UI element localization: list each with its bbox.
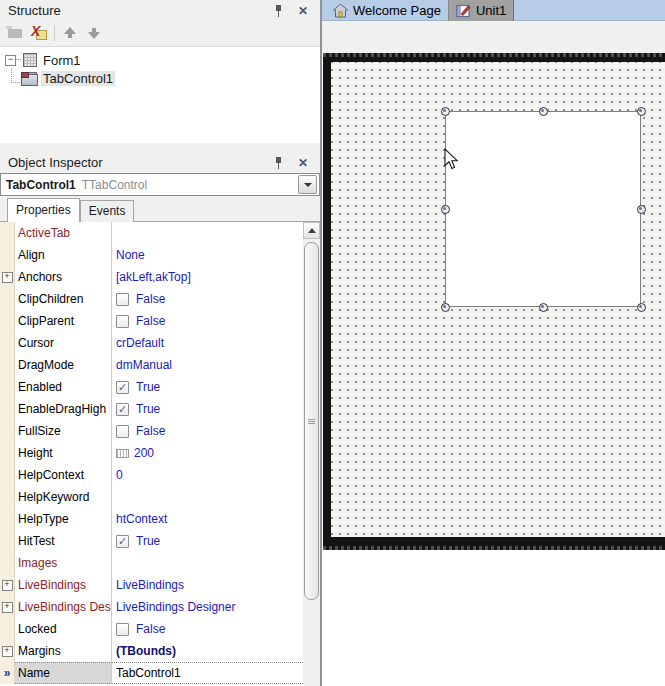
property-name-cell[interactable]: Name [15,662,112,684]
property-row-enabled[interactable]: Enabled✓True [0,376,303,398]
property-value-cell[interactable]: ✓True [112,376,303,398]
property-value-cell[interactable]: 0 [112,464,303,486]
property-row-dragmode[interactable]: DragModedmManual [0,354,303,376]
property-value-cell[interactable]: False [112,310,303,332]
property-name-cell[interactable]: LiveBindings [15,574,112,596]
instance-selector-combo[interactable]: TabControl1 TTabControl [0,173,320,196]
property-name-cell[interactable]: DragMode [15,354,112,376]
property-value-cell[interactable]: False [112,420,303,442]
value-checkbox[interactable] [116,623,129,636]
property-value-cell[interactable]: None [112,244,303,266]
scrollbar-thumb[interactable] [304,242,319,600]
expand-icon[interactable]: + [2,580,13,591]
close-icon[interactable]: ✕ [298,157,308,169]
property-row-align[interactable]: AlignNone [0,244,303,266]
property-row-livebindings-des[interactable]: +LiveBindings DesLiveBindings Designer [0,596,303,618]
property-name-cell[interactable]: Align [15,244,112,266]
value-checkbox[interactable]: ✓ [116,381,129,394]
tab-properties[interactable]: Properties [7,198,80,222]
expand-icon[interactable]: − [5,55,16,66]
resize-handle-w[interactable] [441,205,450,214]
pin-icon[interactable] [274,157,283,169]
property-value-cell[interactable] [112,222,303,244]
property-row-name[interactable]: »NameTabControl1 [0,662,303,684]
property-row-hittest[interactable]: HitTest✓True [0,530,303,552]
property-name-cell[interactable]: ClipChildren [15,288,112,310]
property-value-cell[interactable]: (TBounds) [112,640,303,662]
tabcontrol-design-control[interactable] [445,111,641,307]
property-row-anchors[interactable]: +Anchors[akLeft,akTop] [0,266,303,288]
scrollbar-up-button[interactable] [303,222,320,239]
property-row-helpcontext[interactable]: HelpContext0 [0,464,303,486]
property-value-cell[interactable]: TabControl1 [112,662,303,684]
property-value-cell[interactable]: 200 [112,442,303,464]
property-grid-scrollbar[interactable] [303,222,320,686]
property-value-editor[interactable]: TabControl1 [116,666,181,680]
property-value-cell[interactable] [112,552,303,574]
tree-node-tabcontrol1[interactable]: TabControl1 [0,69,320,87]
property-value-cell[interactable]: crDefault [112,332,303,354]
property-name-cell[interactable]: LiveBindings Des [15,596,112,618]
property-name-cell[interactable]: Locked [15,618,112,640]
property-row-helpkeyword[interactable]: HelpKeyword [0,486,303,508]
property-name-cell[interactable]: EnableDragHigh [15,398,112,420]
expand-icon[interactable]: + [2,646,13,657]
property-row-enabledraghigh[interactable]: EnableDragHigh✓True [0,398,303,420]
editor-tab-welcome-page[interactable]: Welcome Page [326,0,448,21]
property-name-cell[interactable]: FullSize [15,420,112,442]
expand-icon[interactable]: + [2,602,13,613]
close-icon[interactable]: ✕ [298,5,308,17]
tab-events[interactable]: Events [80,200,135,222]
expand-icon[interactable]: + [2,272,13,283]
property-value-cell[interactable]: ✓True [112,530,303,552]
property-value-cell[interactable]: False [112,618,303,640]
toolbar-button-move-up[interactable] [58,23,82,43]
property-value-cell[interactable]: LiveBindings [112,574,303,596]
property-value-cell[interactable]: ✓True [112,398,303,420]
resize-handle-n[interactable] [539,107,548,116]
property-row-clipparent[interactable]: ClipParentFalse [0,310,303,332]
value-checkbox[interactable] [116,293,129,306]
resize-handle-ne[interactable] [637,107,646,116]
property-row-activetab[interactable]: ActiveTab [0,222,303,244]
value-checkbox[interactable]: ✓ [116,403,129,416]
resize-handle-e[interactable] [637,205,646,214]
toolbar-button-delete-item[interactable]: X [27,23,51,43]
property-name-cell[interactable]: Margins [15,640,112,662]
value-checkbox[interactable]: ✓ [116,535,129,548]
property-name-cell[interactable]: Cursor [15,332,112,354]
resize-handle-nw[interactable] [441,107,450,116]
toolbar-button-new-item[interactable] [3,23,27,43]
property-row-margins[interactable]: +Margins(TBounds) [0,640,303,662]
value-checkbox[interactable] [116,425,129,438]
combo-dropdown-button[interactable] [298,175,317,194]
property-row-livebindings[interactable]: +LiveBindingsLiveBindings [0,574,303,596]
value-checkbox[interactable] [116,315,129,328]
animation-icon[interactable] [116,449,129,458]
property-name-cell[interactable]: Anchors [15,266,112,288]
resize-handle-se[interactable] [637,303,646,312]
tree-node-form1[interactable]: −Form1 [0,51,320,69]
property-name-cell[interactable]: Height [15,442,112,464]
property-value-cell[interactable]: False [112,288,303,310]
property-value-cell[interactable] [112,486,303,508]
property-row-height[interactable]: Height200 [0,442,303,464]
resize-handle-s[interactable] [539,303,548,312]
property-value-cell[interactable]: dmManual [112,354,303,376]
property-value-cell[interactable]: [akLeft,akTop] [112,266,303,288]
property-row-helptype[interactable]: HelpTypehtContext [0,508,303,530]
property-name-cell[interactable]: Enabled [15,376,112,398]
property-row-cursor[interactable]: CursorcrDefault [0,332,303,354]
property-row-locked[interactable]: LockedFalse [0,618,303,640]
property-name-cell[interactable]: HelpKeyword [15,486,112,508]
form-canvas[interactable] [331,62,665,537]
property-name-cell[interactable]: HelpContext [15,464,112,486]
property-name-cell[interactable]: HitTest [15,530,112,552]
property-value-cell[interactable]: LiveBindings Designer [112,596,303,618]
property-row-images[interactable]: Images [0,552,303,574]
property-name-cell[interactable]: ClipParent [15,310,112,332]
property-value-cell[interactable]: htContext [112,508,303,530]
property-row-fullsize[interactable]: FullSizeFalse [0,420,303,442]
toolbar-button-move-down[interactable] [82,23,106,43]
property-name-cell[interactable]: HelpType [15,508,112,530]
